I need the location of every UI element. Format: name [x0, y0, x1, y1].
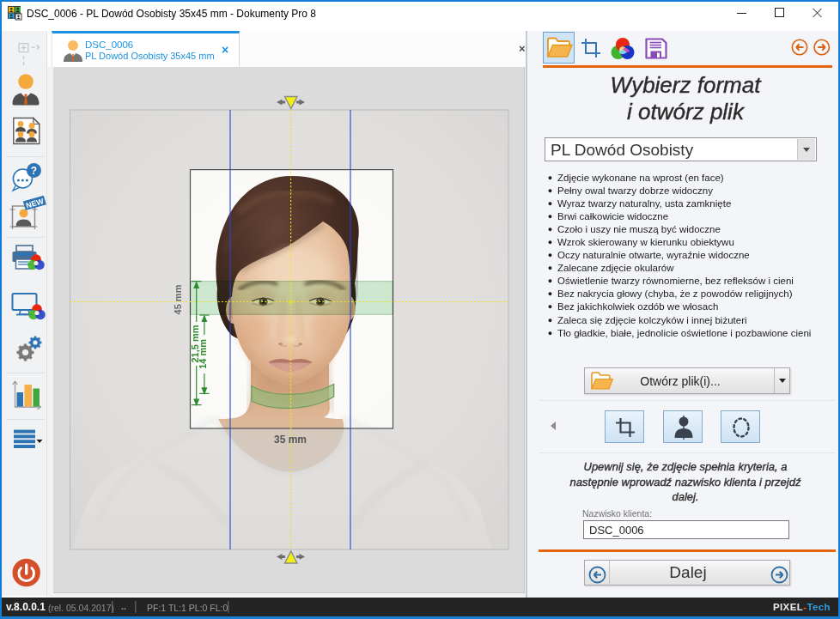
svg-text:35 mm: 35 mm [274, 434, 307, 446]
svg-text:?: ? [31, 165, 37, 177]
svg-text:14 mm: 14 mm [198, 339, 208, 369]
svg-text:45 mm: 45 mm [173, 284, 183, 314]
